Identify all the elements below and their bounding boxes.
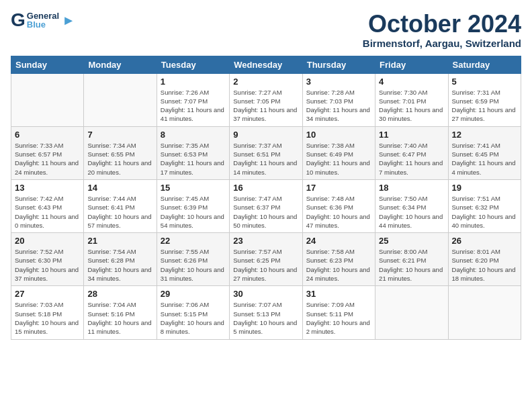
calendar-cell: 1Sunrise: 7:26 AM Sunset: 7:07 PM Daylig… bbox=[157, 73, 229, 126]
calendar-cell: 25Sunrise: 8:00 AM Sunset: 6:21 PM Dayli… bbox=[375, 233, 448, 286]
calendar-cell: 7Sunrise: 7:34 AM Sunset: 6:55 PM Daylig… bbox=[84, 126, 157, 179]
day-number: 19 bbox=[452, 183, 517, 193]
cell-info: Sunrise: 7:26 AM Sunset: 7:07 PM Dayligh… bbox=[161, 88, 226, 124]
day-number: 28 bbox=[87, 289, 152, 299]
header: G General Blue ► October 2024 Birmenstor… bbox=[11, 11, 521, 49]
calendar-cell: 27Sunrise: 7:03 AM Sunset: 5:18 PM Dayli… bbox=[11, 286, 84, 339]
cell-info: Sunrise: 7:31 AM Sunset: 6:59 PM Dayligh… bbox=[452, 88, 517, 124]
cell-info: Sunrise: 7:34 AM Sunset: 6:55 PM Dayligh… bbox=[87, 141, 152, 177]
calendar-cell: 13Sunrise: 7:42 AM Sunset: 6:43 PM Dayli… bbox=[11, 179, 84, 232]
col-monday: Monday bbox=[84, 56, 157, 73]
cell-info: Sunrise: 7:54 AM Sunset: 6:28 PM Dayligh… bbox=[87, 247, 152, 283]
cell-info: Sunrise: 7:58 AM Sunset: 6:23 PM Dayligh… bbox=[306, 247, 371, 283]
cell-info: Sunrise: 7:48 AM Sunset: 6:36 PM Dayligh… bbox=[306, 194, 371, 230]
calendar-week-2: 6Sunrise: 7:33 AM Sunset: 6:57 PM Daylig… bbox=[11, 126, 521, 179]
cell-info: Sunrise: 7:41 AM Sunset: 6:45 PM Dayligh… bbox=[452, 141, 517, 177]
cell-info: Sunrise: 7:50 AM Sunset: 6:34 PM Dayligh… bbox=[379, 194, 444, 230]
calendar-cell: 11Sunrise: 7:40 AM Sunset: 6:47 PM Dayli… bbox=[375, 126, 448, 179]
cell-info: Sunrise: 7:40 AM Sunset: 6:47 PM Dayligh… bbox=[379, 141, 444, 177]
col-tuesday: Tuesday bbox=[157, 56, 229, 73]
calendar-cell bbox=[11, 73, 84, 126]
calendar-cell: 29Sunrise: 7:06 AM Sunset: 5:15 PM Dayli… bbox=[157, 286, 229, 339]
cell-info: Sunrise: 7:07 AM Sunset: 5:13 PM Dayligh… bbox=[233, 300, 298, 336]
cell-info: Sunrise: 7:42 AM Sunset: 6:43 PM Dayligh… bbox=[15, 194, 80, 230]
calendar-cell: 15Sunrise: 7:45 AM Sunset: 6:39 PM Dayli… bbox=[157, 179, 229, 232]
cell-info: Sunrise: 7:04 AM Sunset: 5:16 PM Dayligh… bbox=[87, 300, 152, 336]
cell-info: Sunrise: 7:30 AM Sunset: 7:01 PM Dayligh… bbox=[379, 88, 444, 124]
day-number: 18 bbox=[379, 183, 444, 193]
day-number: 8 bbox=[161, 130, 226, 140]
cell-info: Sunrise: 7:38 AM Sunset: 6:49 PM Dayligh… bbox=[306, 141, 371, 177]
cell-info: Sunrise: 7:57 AM Sunset: 6:25 PM Dayligh… bbox=[233, 247, 298, 283]
calendar-cell: 30Sunrise: 7:07 AM Sunset: 5:13 PM Dayli… bbox=[230, 286, 302, 339]
day-number: 7 bbox=[87, 130, 152, 140]
calendar-week-1: 1Sunrise: 7:26 AM Sunset: 7:07 PM Daylig… bbox=[11, 73, 521, 126]
day-number: 23 bbox=[233, 236, 298, 246]
calendar-cell: 14Sunrise: 7:44 AM Sunset: 6:41 PM Dayli… bbox=[84, 179, 157, 232]
day-number: 27 bbox=[15, 289, 80, 299]
cell-info: Sunrise: 7:35 AM Sunset: 6:53 PM Dayligh… bbox=[161, 141, 226, 177]
col-thursday: Thursday bbox=[302, 56, 375, 73]
day-number: 26 bbox=[452, 236, 517, 246]
day-number: 24 bbox=[306, 236, 371, 246]
location: Birmenstorf, Aargau, Switzerland bbox=[363, 38, 521, 49]
calendar-cell: 3Sunrise: 7:28 AM Sunset: 7:03 PM Daylig… bbox=[302, 73, 375, 126]
calendar-cell bbox=[375, 286, 448, 339]
day-number: 30 bbox=[233, 289, 298, 299]
calendar-cell: 18Sunrise: 7:50 AM Sunset: 6:34 PM Dayli… bbox=[375, 179, 448, 232]
calendar-cell: 28Sunrise: 7:04 AM Sunset: 5:16 PM Dayli… bbox=[84, 286, 157, 339]
calendar-cell: 6Sunrise: 7:33 AM Sunset: 6:57 PM Daylig… bbox=[11, 126, 84, 179]
calendar-cell: 5Sunrise: 7:31 AM Sunset: 6:59 PM Daylig… bbox=[448, 73, 521, 126]
calendar-cell: 2Sunrise: 7:27 AM Sunset: 7:05 PM Daylig… bbox=[230, 73, 302, 126]
calendar-cell: 8Sunrise: 7:35 AM Sunset: 6:53 PM Daylig… bbox=[157, 126, 229, 179]
cell-info: Sunrise: 7:27 AM Sunset: 7:05 PM Dayligh… bbox=[233, 88, 298, 124]
cell-info: Sunrise: 7:44 AM Sunset: 6:41 PM Dayligh… bbox=[87, 194, 152, 230]
cell-info: Sunrise: 7:03 AM Sunset: 5:18 PM Dayligh… bbox=[15, 300, 80, 336]
day-number: 11 bbox=[379, 130, 444, 140]
day-number: 3 bbox=[306, 77, 371, 87]
day-number: 9 bbox=[233, 130, 298, 140]
calendar-cell: 19Sunrise: 7:51 AM Sunset: 6:32 PM Dayli… bbox=[448, 179, 521, 232]
day-number: 2 bbox=[233, 77, 298, 87]
day-number: 6 bbox=[15, 130, 80, 140]
calendar-cell bbox=[84, 73, 157, 126]
col-friday: Friday bbox=[375, 56, 448, 73]
col-wednesday: Wednesday bbox=[230, 56, 302, 73]
calendar-cell: 26Sunrise: 8:01 AM Sunset: 6:20 PM Dayli… bbox=[448, 233, 521, 286]
day-number: 16 bbox=[233, 183, 298, 193]
cell-info: Sunrise: 8:00 AM Sunset: 6:21 PM Dayligh… bbox=[379, 247, 444, 283]
calendar-cell: 21Sunrise: 7:54 AM Sunset: 6:28 PM Dayli… bbox=[84, 233, 157, 286]
col-sunday: Sunday bbox=[11, 56, 84, 73]
day-number: 22 bbox=[161, 236, 226, 246]
day-number: 31 bbox=[306, 289, 371, 299]
calendar-week-5: 27Sunrise: 7:03 AM Sunset: 5:18 PM Dayli… bbox=[11, 286, 521, 339]
calendar-table: Sunday Monday Tuesday Wednesday Thursday… bbox=[11, 56, 521, 340]
day-number: 29 bbox=[161, 289, 226, 299]
day-number: 25 bbox=[379, 236, 444, 246]
calendar-header-row: Sunday Monday Tuesday Wednesday Thursday… bbox=[11, 56, 521, 73]
cell-info: Sunrise: 7:33 AM Sunset: 6:57 PM Dayligh… bbox=[15, 141, 80, 177]
day-number: 14 bbox=[87, 183, 152, 193]
calendar-cell: 12Sunrise: 7:41 AM Sunset: 6:45 PM Dayli… bbox=[448, 126, 521, 179]
col-saturday: Saturday bbox=[448, 56, 521, 73]
calendar-cell: 4Sunrise: 7:30 AM Sunset: 7:01 PM Daylig… bbox=[375, 73, 448, 126]
day-number: 13 bbox=[15, 183, 80, 193]
calendar-week-4: 20Sunrise: 7:52 AM Sunset: 6:30 PM Dayli… bbox=[11, 233, 521, 286]
page: G General Blue ► October 2024 Birmenstor… bbox=[0, 0, 532, 347]
calendar-cell: 16Sunrise: 7:47 AM Sunset: 6:37 PM Dayli… bbox=[230, 179, 302, 232]
day-number: 4 bbox=[379, 77, 444, 87]
calendar-week-3: 13Sunrise: 7:42 AM Sunset: 6:43 PM Dayli… bbox=[11, 179, 521, 232]
calendar-cell: 22Sunrise: 7:55 AM Sunset: 6:26 PM Dayli… bbox=[157, 233, 229, 286]
cell-info: Sunrise: 7:55 AM Sunset: 6:26 PM Dayligh… bbox=[161, 247, 226, 283]
day-number: 5 bbox=[452, 77, 517, 87]
logo-blue-text: Blue bbox=[27, 20, 59, 29]
day-number: 10 bbox=[306, 130, 371, 140]
cell-info: Sunrise: 7:52 AM Sunset: 6:30 PM Dayligh… bbox=[15, 247, 80, 283]
day-number: 21 bbox=[87, 236, 152, 246]
day-number: 12 bbox=[452, 130, 517, 140]
calendar-cell: 31Sunrise: 7:09 AM Sunset: 5:11 PM Dayli… bbox=[302, 286, 375, 339]
cell-info: Sunrise: 7:06 AM Sunset: 5:15 PM Dayligh… bbox=[161, 300, 226, 336]
cell-info: Sunrise: 8:01 AM Sunset: 6:20 PM Dayligh… bbox=[452, 247, 517, 283]
cell-info: Sunrise: 7:09 AM Sunset: 5:11 PM Dayligh… bbox=[306, 300, 371, 336]
cell-info: Sunrise: 7:51 AM Sunset: 6:32 PM Dayligh… bbox=[452, 194, 517, 230]
